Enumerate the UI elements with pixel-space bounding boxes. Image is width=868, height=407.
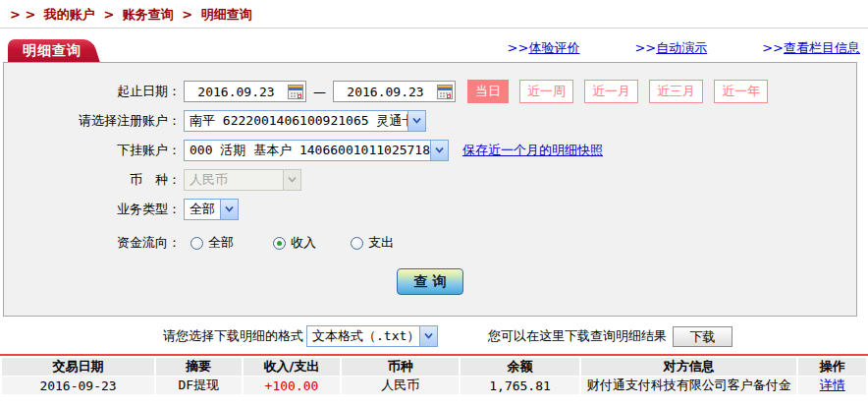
radio-label: 支出 <box>368 234 394 252</box>
radio-icon[interactable] <box>190 237 203 250</box>
table-header-row: 交易日期 摘要 收入/支出 币种 余额 对方信息 操作 <box>2 358 866 376</box>
col-header-summary: 摘要 <box>156 358 242 376</box>
business-type-value: 全部 <box>185 201 220 218</box>
cell-amount: +100.00 <box>244 377 341 394</box>
radio-icon[interactable] <box>273 237 286 250</box>
detail-link[interactable]: 详情 <box>820 378 845 392</box>
breadcrumb-item-detail-query[interactable]: 明细查询 <box>201 7 252 22</box>
register-account-select[interactable]: 南平 6222001406100921065 灵通卡 <box>184 110 426 132</box>
link-label: 体验评价 <box>528 40 579 55</box>
link-prefix: >> <box>634 40 656 55</box>
sub-account-label: 下挂账户： <box>4 142 181 159</box>
transaction-table: 交易日期 摘要 收入/支出 币种 余额 对方信息 操作 2016-09-23 D… <box>0 357 868 395</box>
register-account-row: 请选择注册账户： 南平 6222001406100921065 灵通卡 <box>4 109 856 133</box>
page-title: 明细查询 <box>8 39 102 62</box>
link-view-column-info[interactable]: >>查看栏目信息 <box>762 39 860 57</box>
date-from-value: 2016.09.23 <box>185 85 288 99</box>
download-hint-text: 您可以在这里下载查询明细结果 <box>488 327 667 345</box>
cell-trade-date: 2016-09-23 <box>2 377 154 394</box>
date-range-label: 起止日期： <box>4 83 181 100</box>
date-from-input[interactable]: 2016.09.23 <box>184 81 306 102</box>
header-links: >>体验评价 >>自动演示 >>查看栏目信息 <box>453 39 860 57</box>
breadcrumb: > > 我的账户 > 账务查询 > 明细查询 <box>0 0 868 29</box>
radio-option-income[interactable]: 收入 <box>273 234 316 252</box>
breadcrumb-item-my-account[interactable]: 我的账户 <box>44 7 95 22</box>
calendar-icon[interactable] <box>288 85 303 99</box>
download-button[interactable]: 下载 <box>673 326 732 347</box>
period-button-last-3-months[interactable]: 近三月 <box>649 80 703 103</box>
period-button-last-year[interactable]: 近一年 <box>714 80 768 103</box>
link-label: 自动演示 <box>656 40 707 55</box>
col-header-income-expense: 收入/支出 <box>244 358 341 376</box>
col-header-action: 操作 <box>798 358 866 376</box>
download-row: 请您选择下载明细的格式 文本格式（.txt） 您可以在这里下载查询明细结果 下载 <box>0 325 868 347</box>
fund-flow-label: 资金流向： <box>4 234 181 252</box>
col-header-currency: 币种 <box>342 358 459 376</box>
calendar-icon[interactable] <box>437 85 453 99</box>
query-form-panel: 起止日期： 2016.09.23 — 2016.09.23 <box>3 62 857 317</box>
query-button[interactable]: 查 询 <box>397 268 463 295</box>
section-header-row: 明细查询 >>体验评价 >>自动演示 >>查看栏目信息 <box>0 37 868 62</box>
cell-balance: 1,765.81 <box>461 377 579 394</box>
save-snapshot-link[interactable]: 保存近一个月的明细快照 <box>462 142 603 159</box>
cell-currency: 人民币 <box>342 377 459 394</box>
chevron-down-icon[interactable] <box>220 200 238 219</box>
business-type-label: 业务类型： <box>4 201 181 218</box>
currency-label: 币 种： <box>4 171 181 189</box>
fund-flow-row: 资金流向： 全部 收入 支出 <box>4 231 856 255</box>
sub-account-value: 000 活期 基本户 1406600101102571848 <box>185 142 430 159</box>
chevron-down-icon[interactable] <box>407 111 425 131</box>
currency-select: 人民币 <box>184 169 301 191</box>
business-type-row: 业务类型： 全部 <box>4 198 856 221</box>
link-prefix: >> <box>762 40 784 55</box>
currency-row: 币 种： 人民币 <box>4 168 856 192</box>
radio-icon[interactable] <box>351 237 363 250</box>
register-account-value: 南平 6222001406100921065 灵通卡 <box>185 112 407 130</box>
breadcrumb-separator: > <box>103 7 114 22</box>
col-header-trade-date: 交易日期 <box>2 358 154 376</box>
cell-summary: DF提现 <box>156 377 242 394</box>
radio-option-expense[interactable]: 支出 <box>351 234 394 252</box>
sub-account-row: 下挂账户： 000 活期 基本户 1406600101102571848 保存近… <box>4 139 856 162</box>
fund-flow-options: 全部 收入 支出 <box>190 234 433 252</box>
tab-detail-query[interactable]: 明细查询 <box>8 39 102 62</box>
currency-value: 人民币 <box>185 171 283 189</box>
cell-counterparty: 财付通支付科技有限公司客户备付金 <box>581 377 797 394</box>
col-header-balance: 余额 <box>461 358 579 376</box>
link-prefix: >> <box>508 40 529 55</box>
chevron-down-icon[interactable] <box>419 326 437 346</box>
cell-action: 详情 <box>798 377 866 394</box>
period-button-last-week[interactable]: 近一周 <box>519 80 573 103</box>
link-experience-review[interactable]: >>体验评价 <box>508 39 580 57</box>
business-type-select[interactable]: 全部 <box>184 199 239 220</box>
breadcrumb-separator: > <box>182 7 192 22</box>
chevron-down-icon[interactable] <box>430 141 448 160</box>
radio-label: 全部 <box>208 234 234 252</box>
date-range-row: 起止日期： 2016.09.23 — 2016.09.23 <box>4 80 856 103</box>
link-auto-demo[interactable]: >>自动演示 <box>634 39 707 57</box>
date-to-value: 2016.09.23 <box>334 85 437 99</box>
chevron-down-icon <box>283 170 300 190</box>
register-account-label: 请选择注册账户： <box>4 112 181 130</box>
breadcrumb-prefix: > > <box>10 7 35 22</box>
date-range-dash: — <box>313 85 326 99</box>
date-to-input[interactable]: 2016.09.23 <box>333 81 456 102</box>
col-header-counterparty: 对方信息 <box>581 358 797 376</box>
download-format-label: 请您选择下载明细的格式 <box>163 327 303 345</box>
table-top-divider <box>0 354 868 356</box>
breadcrumb-item-account-query[interactable]: 账务查询 <box>123 7 174 22</box>
period-button-today[interactable]: 当日 <box>467 80 509 103</box>
radio-label: 收入 <box>291 234 316 252</box>
download-format-value: 文本格式（.txt） <box>307 327 419 345</box>
link-label: 查看栏目信息 <box>784 40 860 55</box>
download-format-select[interactable]: 文本格式（.txt） <box>306 325 438 347</box>
query-button-row: 查 询 <box>4 268 856 295</box>
radio-option-all[interactable]: 全部 <box>190 234 234 252</box>
table-row: 2016-09-23 DF提现 +100.00 人民币 1,765.81 财付通… <box>2 377 866 394</box>
period-button-last-month[interactable]: 近一月 <box>584 80 638 103</box>
sub-account-select[interactable]: 000 活期 基本户 1406600101102571848 <box>184 140 449 161</box>
